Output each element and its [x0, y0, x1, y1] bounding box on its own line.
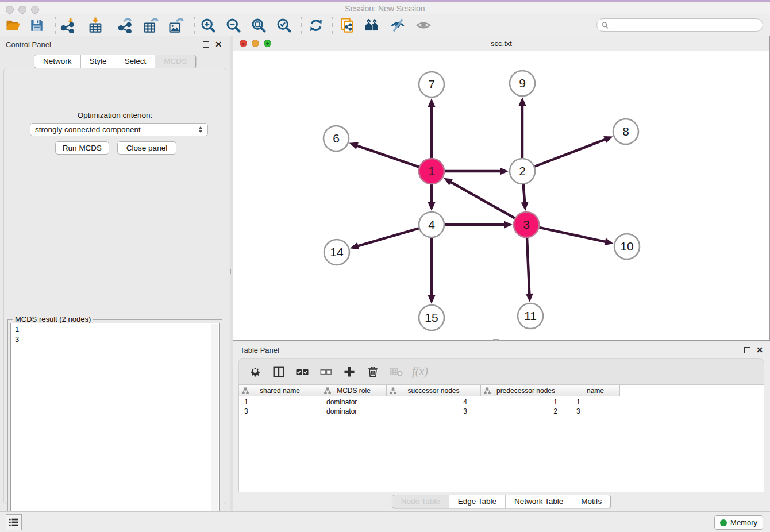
- graph-edge-arrowhead: [605, 238, 614, 245]
- graph-edge-1-6[interactable]: [356, 145, 419, 167]
- table-cell: 4: [387, 398, 481, 407]
- deselect-all-icon[interactable]: [318, 364, 334, 380]
- graph-edge-arrowhead: [428, 202, 436, 211]
- add-column-icon[interactable]: [341, 364, 357, 380]
- graph-node-3[interactable]: 3: [514, 212, 539, 237]
- refresh-icon[interactable]: [306, 16, 326, 35]
- graph-edge-3-11[interactable]: [527, 238, 529, 295]
- delete-table-icon: [388, 364, 405, 380]
- table-close-icon[interactable]: ✕: [756, 345, 763, 354]
- graph-node-label: 6: [333, 132, 340, 145]
- column-header-name[interactable]: name: [571, 385, 620, 396]
- save-session-icon[interactable]: [26, 16, 47, 35]
- graph-node-6[interactable]: 6: [324, 126, 349, 151]
- run-mcds-button[interactable]: Run MCDS: [55, 141, 109, 155]
- select-all-icon[interactable]: [294, 364, 310, 380]
- table-tabs: Node TableEdge TableNetwork TableMotifs: [392, 495, 611, 508]
- mcds-result-text[interactable]: 1 3: [10, 323, 220, 532]
- graph-node-2[interactable]: 2: [510, 159, 535, 184]
- tab-node-table[interactable]: Node Table: [392, 495, 449, 508]
- memory-button[interactable]: Memory: [714, 515, 763, 530]
- column-view-icon[interactable]: [271, 364, 287, 380]
- table-row[interactable]: 3dominator323: [239, 407, 620, 416]
- window-titlebar: Session: New Session: [0, 0, 770, 14]
- graph-edge-4-14[interactable]: [357, 228, 419, 246]
- import-network-icon[interactable]: [57, 16, 78, 35]
- graph-edge-2-3[interactable]: [523, 184, 525, 203]
- graph-node-label: 8: [622, 125, 629, 138]
- table-float-icon[interactable]: [744, 347, 750, 353]
- table-row[interactable]: 1dominator411: [239, 398, 620, 407]
- tab-style[interactable]: Style: [81, 55, 116, 68]
- tab-edge-table[interactable]: Edge Table: [449, 495, 506, 508]
- zoom-in-icon[interactable]: [198, 16, 218, 35]
- graph-node-14[interactable]: 14: [324, 240, 349, 265]
- table-header-row: shared nameMCDS rolesuccessor nodesprede…: [239, 385, 620, 396]
- graph-node-label: 11: [524, 309, 537, 322]
- tab-network[interactable]: Network: [34, 55, 81, 68]
- column-header-successor-nodes[interactable]: successor nodes: [387, 385, 481, 396]
- horizontal-splitter[interactable]: [493, 339, 499, 341]
- tab-mcds[interactable]: MCDS: [155, 55, 195, 68]
- search-input[interactable]: [609, 20, 763, 30]
- mcds-panel: Optimization criterion: strongly connect…: [3, 68, 226, 504]
- task-history-button[interactable]: [6, 514, 22, 530]
- export-network-icon[interactable]: [115, 16, 136, 35]
- criterion-select[interactable]: strongly connected component: [30, 123, 208, 136]
- graph-edge-3-1[interactable]: [450, 182, 515, 218]
- open-session-icon[interactable]: [2, 16, 23, 35]
- graph-node-label: 3: [523, 218, 530, 231]
- show-graphics-details-icon[interactable]: [387, 16, 408, 35]
- result-scrollbar[interactable]: [211, 324, 218, 532]
- close-panel-icon[interactable]: ✕: [215, 40, 222, 49]
- export-image-icon[interactable]: [165, 16, 186, 35]
- table-cell: 1: [481, 398, 571, 407]
- node-table: shared nameMCDS rolesuccessor nodesprede…: [238, 384, 764, 492]
- graph-node-10[interactable]: 10: [614, 234, 640, 259]
- graph-edge-2-8[interactable]: [534, 139, 606, 167]
- graph-node-label: 7: [428, 78, 435, 91]
- first-neighbors-icon[interactable]: [362, 16, 383, 35]
- graph-node-1[interactable]: 1: [419, 159, 444, 184]
- graph-node-11[interactable]: 11: [518, 303, 543, 329]
- tab-motifs[interactable]: Motifs: [572, 495, 610, 508]
- export-table-icon[interactable]: [140, 16, 161, 35]
- network-title: scc.txt: [233, 39, 769, 48]
- graph-node-9[interactable]: 9: [510, 71, 535, 96]
- float-panel-icon[interactable]: [203, 41, 209, 48]
- search-field: [596, 18, 763, 32]
- column-header-shared-name[interactable]: shared name: [239, 385, 321, 396]
- mcds-result-title: MCDS result (2 nodes): [13, 315, 93, 323]
- clone-network-icon[interactable]: [337, 16, 357, 35]
- graph-node-4[interactable]: 4: [419, 212, 444, 237]
- graph-node-7[interactable]: 7: [419, 72, 444, 97]
- import-table-icon[interactable]: [85, 16, 106, 35]
- column-header-MCDS-role[interactable]: MCDS role: [321, 385, 387, 396]
- mcds-result-group: MCDS result (2 nodes) 1 3: [7, 319, 222, 532]
- control-panel-tabs: NetworkStyleSelectMCDS: [34, 55, 196, 68]
- graph-edge-arrowhead: [428, 295, 436, 304]
- graph-node-label: 9: [519, 76, 526, 90]
- graph-node-15[interactable]: 15: [419, 305, 444, 330]
- graph-edge-arrowhead: [603, 136, 613, 143]
- hide-edges-icon[interactable]: [413, 16, 434, 35]
- criterion-value: strongly connected component: [35, 125, 141, 134]
- settings-gear-icon[interactable]: [247, 364, 263, 380]
- tab-network-table[interactable]: Network Table: [506, 495, 572, 508]
- zoom-out-icon[interactable]: [223, 16, 244, 35]
- column-header-predecessor-nodes[interactable]: predecessor nodes: [481, 385, 571, 396]
- graph-edge-3-10[interactable]: [539, 228, 606, 242]
- graph-edge-arrowhead: [500, 168, 509, 175]
- zoom-fit-icon[interactable]: [248, 16, 269, 35]
- graph-node-label: 14: [330, 245, 344, 259]
- zoom-selected-icon[interactable]: [274, 16, 294, 35]
- network-graph-canvas[interactable]: 7968124314101511: [233, 51, 769, 340]
- table-cell: 1: [571, 398, 620, 407]
- table-cell: 3: [387, 407, 481, 416]
- graph-node-label: 10: [620, 240, 633, 253]
- delete-column-icon[interactable]: [365, 364, 381, 380]
- graph-edge-arrowhead: [526, 294, 533, 302]
- tab-select[interactable]: Select: [116, 55, 156, 68]
- graph-node-8[interactable]: 8: [613, 119, 638, 144]
- close-panel-button[interactable]: Close panel: [117, 141, 176, 155]
